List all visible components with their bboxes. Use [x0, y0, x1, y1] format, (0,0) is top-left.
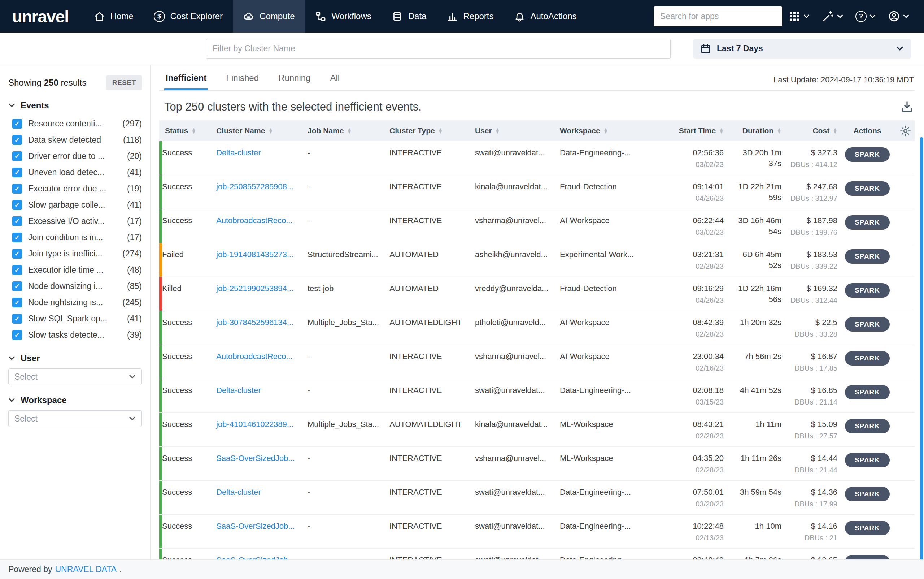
download-icon[interactable]: [900, 100, 914, 114]
event-filter-item[interactable]: ✓ Join type is ineffici... (274): [8, 245, 142, 262]
workspace-select[interactable]: Select: [8, 411, 142, 427]
sort-control[interactable]: ▲▼: [191, 128, 196, 134]
magic-wand-menu[interactable]: [816, 10, 849, 22]
event-filter-item[interactable]: ✓ Driver error due to ... (20): [8, 148, 142, 164]
event-filter-item[interactable]: ✓ Excessive I/O activ... (17): [8, 213, 142, 229]
cluster-name-filter-input[interactable]: [206, 39, 671, 59]
cluster-name-link[interactable]: SaaS-OverSizedJob...: [216, 522, 295, 531]
sort-control[interactable]: ▲▼: [719, 128, 724, 134]
event-filter-item[interactable]: ✓ Node rightsizing is... (245): [8, 294, 142, 311]
spark-button[interactable]: SPARK: [845, 419, 890, 433]
page-footer: Powered by UNRAVEL DATA .: [0, 559, 924, 579]
gear-icon[interactable]: [900, 125, 911, 137]
apps-grid-menu[interactable]: [782, 10, 816, 22]
spark-button[interactable]: SPARK: [845, 215, 890, 230]
actions-cell: SPARK: [840, 521, 895, 535]
event-checkbox[interactable]: ✓: [12, 265, 22, 275]
table-scrollbar-thumb[interactable]: [920, 137, 923, 560]
nav-item-home[interactable]: Home: [84, 0, 143, 33]
user-select[interactable]: Select: [8, 368, 142, 385]
spark-button[interactable]: SPARK: [845, 283, 890, 298]
event-checkbox[interactable]: ✓: [12, 135, 22, 145]
nav-item-data[interactable]: Data: [381, 0, 437, 33]
spark-button[interactable]: SPARK: [845, 385, 890, 399]
tab-finished[interactable]: Finished: [225, 69, 260, 90]
table-row: Success Delta-cluster - INTERACTIVE swat…: [159, 141, 914, 175]
cluster-name-link[interactable]: Delta-cluster: [216, 487, 261, 497]
event-checkbox[interactable]: ✓: [12, 314, 22, 324]
nav-item-autoactions[interactable]: AutoActions: [504, 0, 587, 33]
sort-control[interactable]: ▲▼: [833, 128, 838, 134]
event-filter-item[interactable]: ✓ Resource contenti... (297): [8, 116, 142, 132]
event-checkbox[interactable]: ✓: [12, 184, 22, 194]
tab-inefficient[interactable]: Inefficient: [164, 69, 208, 90]
column-header-status: Status ▲▼: [159, 126, 213, 135]
event-checkbox[interactable]: ✓: [12, 249, 22, 258]
event-checkbox[interactable]: ✓: [12, 281, 22, 291]
spark-button[interactable]: SPARK: [845, 182, 890, 196]
spark-button[interactable]: SPARK: [845, 351, 890, 366]
spark-button[interactable]: SPARK: [845, 487, 890, 501]
event-filter-item[interactable]: ✓ Slow garbage colle... (41): [8, 197, 142, 213]
spark-button[interactable]: SPARK: [845, 317, 890, 332]
unravel-logo[interactable]: unravel: [12, 7, 68, 26]
sort-control[interactable]: ▲▼: [438, 128, 443, 134]
sort-control[interactable]: ▲▼: [347, 128, 352, 134]
tab-running[interactable]: Running: [277, 69, 312, 90]
spark-button[interactable]: SPARK: [845, 521, 890, 535]
event-filter-item[interactable]: ✓ Executor error due ... (19): [8, 181, 142, 197]
cluster-name-link[interactable]: SaaS-OverSizedJob...: [216, 454, 295, 463]
event-checkbox[interactable]: ✓: [12, 232, 22, 242]
event-filter-item[interactable]: ✓ Slow tasks detecte... (39): [8, 327, 142, 343]
spark-button[interactable]: SPARK: [845, 147, 890, 162]
event-filter-item[interactable]: ✓ Slow SQL Spark op... (41): [8, 311, 142, 327]
event-filter-item[interactable]: ✓ Join condition is in... (17): [8, 229, 142, 245]
cluster-name-link[interactable]: AutobroadcastReco...: [216, 352, 293, 361]
account-menu[interactable]: [882, 10, 915, 22]
cluster-name-link[interactable]: Delta-cluster: [216, 148, 261, 157]
event-checkbox[interactable]: ✓: [12, 151, 22, 161]
user-cell: ptholeti@unraveld...: [472, 317, 557, 328]
event-checkbox[interactable]: ✓: [12, 330, 22, 340]
cluster-name-link[interactable]: job-4101461022389...: [216, 420, 293, 429]
nav-label: Compute: [259, 11, 295, 21]
cluster-name-link[interactable]: AutobroadcastReco...: [216, 216, 293, 225]
event-filter-item[interactable]: ✓ Node downsizing i... (85): [8, 278, 142, 294]
event-checkbox[interactable]: ✓: [12, 119, 22, 129]
cluster-name-link[interactable]: job-3078452596134...: [216, 318, 293, 327]
event-filter-item[interactable]: ✓ Executor idle time ... (48): [8, 262, 142, 278]
date-range-picker[interactable]: Last 7 Days: [693, 39, 911, 59]
reset-button[interactable]: RESET: [106, 75, 142, 90]
nav-item-compute[interactable]: Compute: [233, 0, 305, 33]
tab-all[interactable]: All: [328, 69, 341, 90]
event-checkbox[interactable]: ✓: [12, 200, 22, 210]
event-checkbox[interactable]: ✓: [12, 216, 22, 226]
nav-item-reports[interactable]: Reports: [437, 0, 504, 33]
user-section-header[interactable]: User: [8, 353, 142, 363]
cluster-name-link[interactable]: job-2508557285908...: [216, 182, 293, 191]
event-checkbox[interactable]: ✓: [12, 298, 22, 307]
actions-cell: SPARK: [840, 215, 895, 230]
workspace-cell: AI-Workspace: [557, 351, 665, 362]
cluster-name-link[interactable]: job-2521990253894...: [216, 284, 293, 293]
workspace-section-header[interactable]: Workspace: [8, 395, 142, 405]
event-filter-item[interactable]: ✓ Uneven load detec... (41): [8, 164, 142, 181]
help-menu[interactable]: ?: [849, 11, 882, 22]
event-checkbox[interactable]: ✓: [12, 168, 22, 177]
nav-item-workflows[interactable]: Workflows: [305, 0, 381, 33]
events-section-header[interactable]: Events: [8, 100, 142, 111]
event-label: Resource contenti...: [28, 119, 116, 129]
cluster-name-link[interactable]: Delta-cluster: [216, 386, 261, 395]
sort-control[interactable]: ▲▼: [603, 128, 608, 134]
sort-control[interactable]: ▲▼: [777, 128, 781, 134]
spark-button[interactable]: SPARK: [845, 453, 890, 468]
unravel-data-link[interactable]: UNRAVEL DATA: [55, 564, 116, 574]
nav-item-cost-explorer[interactable]: $ Cost Explorer: [143, 0, 233, 33]
spark-button[interactable]: SPARK: [845, 249, 890, 264]
event-count: (17): [127, 216, 142, 226]
cluster-name-link[interactable]: job-1914081435273...: [216, 250, 293, 259]
event-filter-item[interactable]: ✓ Data skew detected (118): [8, 132, 142, 148]
sort-control[interactable]: ▲▼: [268, 128, 273, 134]
sort-control[interactable]: ▲▼: [495, 128, 500, 134]
apps-search-input[interactable]: [653, 6, 782, 26]
